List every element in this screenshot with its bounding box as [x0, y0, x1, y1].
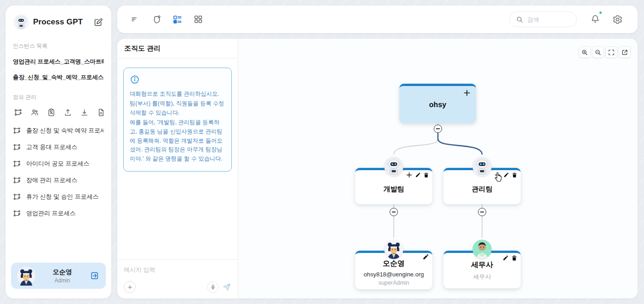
delete-icon[interactable] — [512, 172, 518, 178]
upload-icon[interactable] — [63, 107, 73, 118]
users-icon[interactable] — [29, 107, 40, 118]
process-item[interactable]: 영업관리 프로세스 — [13, 205, 104, 222]
app-title: Process GPT — [33, 17, 89, 27]
delete-icon[interactable] — [511, 255, 518, 261]
add-member-icon[interactable] — [494, 172, 501, 178]
info-icon — [130, 75, 225, 85]
process-item[interactable]: 휴가 신청 및 승인 프로세스 — [13, 189, 104, 205]
app-logo-robot-icon — [13, 14, 29, 30]
info-text: 대화형으로 조직도를 관리하십시오. 팀(부서) 롤(역할), 직원들을 등록 … — [130, 90, 225, 164]
list-detail-icon[interactable] — [171, 13, 184, 26]
member-role: superAdmin — [355, 280, 432, 286]
search-icon — [516, 16, 523, 23]
definitions-section-label: 정의 관리 — [13, 93, 104, 101]
member-avatar — [384, 240, 403, 259]
org-chat-panel: 조직도 관리 대화형으로 조직도를 관리하십시오. 팀(부서) 롤(역할), 직… — [117, 39, 238, 298]
sort-icon[interactable] — [129, 13, 141, 25]
message-input[interactable] — [124, 266, 231, 273]
collapse-button[interactable] — [390, 208, 398, 216]
collapse-button[interactable] — [434, 125, 442, 133]
org-node-member[interactable]: 세무사 세무사 — [443, 251, 521, 288]
mic-icon[interactable] — [207, 281, 218, 293]
edit-icon[interactable] — [503, 172, 509, 178]
member-email: ohsy818@uengine.org — [355, 271, 432, 278]
member-avatar — [472, 240, 492, 259]
chat-bubble-icon[interactable] — [150, 13, 162, 26]
user-role: Admin — [39, 277, 86, 284]
instance-item[interactable]: 출장_신청_및_숙박_예약_프로세스... — [13, 74, 104, 81]
gear-icon[interactable] — [611, 13, 624, 26]
robot-avatar — [384, 157, 403, 176]
process-list: 출장 신청 및 숙박 예약 프로세스 고객 응대 프로세스 아이디어 공모 프로… — [13, 122, 104, 222]
clipboard-icon[interactable] — [46, 107, 57, 118]
edit-icon[interactable] — [422, 253, 429, 260]
sidebar-header: Process GPT — [13, 14, 104, 30]
send-icon[interactable] — [222, 282, 231, 292]
process-item-label: 영업관리 프로세스 — [26, 209, 76, 218]
search-input[interactable] — [527, 16, 569, 23]
process-item[interactable]: 출장 신청 및 숙박 예약 프로세스 — [13, 122, 104, 139]
org-node-name: 관리팀 — [443, 185, 521, 194]
member-name: 오순영 — [355, 259, 432, 269]
sidebar: Process GPT 인스턴스 목록 영업관리 프로세스_고객명_스마트테..… — [6, 6, 111, 298]
process-item-label: 출장 신청 및 숙박 예약 프로세스 — [26, 126, 104, 135]
user-name: 오순영 — [39, 268, 86, 276]
user-avatar — [17, 266, 36, 286]
document-icon[interactable] — [96, 107, 106, 118]
add-member-icon[interactable] — [406, 172, 413, 178]
zoom-out-icon[interactable] — [592, 46, 604, 58]
process-item-label: 장애 관리 프로세스 — [26, 176, 77, 184]
add-child-icon[interactable] — [462, 88, 472, 98]
process-item[interactable]: 장애 관리 프로세스 — [13, 172, 104, 189]
download-icon[interactable] — [79, 107, 90, 118]
process-item-label: 아이디어 공모 프로세스 — [26, 160, 89, 168]
org-node-root[interactable]: ohsy — [399, 84, 476, 123]
search-box[interactable] — [509, 11, 577, 27]
org-node-member[interactable]: 오순영 ohsy818@uengine.org superAdmin — [355, 251, 432, 289]
org-node-team[interactable]: 개발팀 — [355, 168, 432, 204]
logout-icon[interactable] — [89, 270, 100, 281]
user-meta: 오순영 Admin — [39, 268, 86, 284]
fit-view-icon[interactable] — [605, 46, 617, 58]
robot-avatar — [472, 157, 492, 176]
info-box: 대화형으로 조직도를 관리하십시오. 팀(부서) 롤(역할), 직원들을 등록 … — [123, 68, 232, 172]
edit-icon[interactable] — [502, 255, 509, 261]
org-connectors — [238, 39, 638, 298]
zoom-in-icon[interactable] — [579, 46, 591, 58]
org-node-team[interactable]: 관리팀 — [443, 168, 521, 204]
open-external-icon[interactable] — [619, 46, 631, 58]
canvas-controls — [579, 46, 631, 58]
grid-icon[interactable] — [192, 13, 204, 25]
process-item[interactable]: 아이디어 공모 프로세스 — [13, 155, 104, 172]
attach-plus-icon[interactable] — [124, 281, 136, 293]
user-card[interactable]: 오순영 Admin — [11, 263, 106, 289]
member-role: 세무사 — [443, 273, 521, 281]
process-item[interactable]: 고객 응대 프로세스 — [13, 139, 104, 155]
notification-dot — [599, 11, 602, 14]
instance-item[interactable]: 영업관리 프로세스_고객명_스마트테... — [13, 58, 104, 66]
edit-icon[interactable] — [415, 172, 421, 178]
top-toolbar — [117, 6, 638, 33]
bell-icon[interactable] — [589, 13, 601, 25]
message-input-area — [117, 259, 238, 298]
instances-section-label: 인스턴스 목록 — [13, 42, 104, 50]
process-item-label: 휴가 신청 및 승인 프로세스 — [26, 193, 98, 201]
workflow-icon[interactable] — [13, 107, 23, 118]
process-item-label: 고객 응대 프로세스 — [26, 143, 77, 151]
compose-icon[interactable] — [92, 17, 104, 28]
delete-icon[interactable] — [423, 172, 429, 178]
org-chart-canvas[interactable]: ohsy — [238, 39, 638, 298]
panel-title: 조직도 관리 — [117, 39, 238, 58]
collapse-button[interactable] — [478, 208, 486, 216]
org-node-name: ohsy — [429, 101, 446, 109]
definition-toolbar — [13, 107, 104, 118]
org-node-name: 개발팀 — [355, 185, 432, 194]
member-name: 세무사 — [443, 260, 521, 270]
main-panel: 조직도 관리 대화형으로 조직도를 관리하십시오. 팀(부서) 롤(역할), 직… — [117, 39, 638, 298]
